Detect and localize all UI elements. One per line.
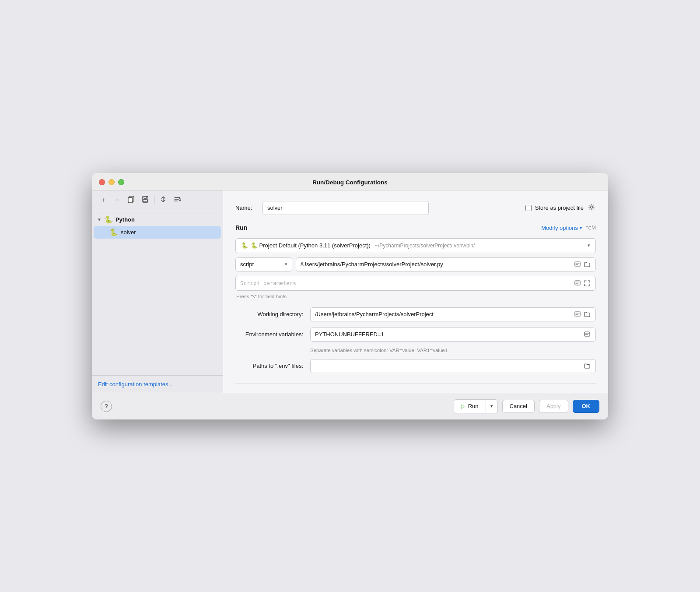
svg-rect-1 [128, 197, 133, 203]
gear-icon [588, 204, 595, 211]
env-vars-edit-button[interactable] [583, 331, 591, 338]
working-dir-edit-button[interactable] [574, 310, 581, 318]
sidebar-footer: Edit configuration templates... [92, 375, 223, 393]
svg-rect-2 [143, 196, 148, 202]
ok-button[interactable]: OK [573, 400, 600, 413]
interpreter-label: 🐍 Project Default (Python 3.11 (solverPr… [251, 242, 371, 249]
apply-button[interactable]: Apply [539, 400, 568, 413]
python-icon: 🐍 [104, 215, 113, 224]
svg-rect-6 [575, 262, 580, 266]
window: Run/Debug Configurations + − [92, 173, 608, 419]
sidebar-toolbar: + − [92, 190, 223, 210]
interpreter-path: ~/PycharmProjects/solverProject/.venv/bi… [375, 243, 475, 249]
window-title: Run/Debug Configurations [312, 179, 388, 186]
interpreter-text: 🐍 🐍 Project Default (Python 3.11 (solver… [241, 242, 588, 249]
store-project-label: Store as project file [535, 204, 584, 211]
working-directory-label: Working directory: [235, 311, 303, 317]
tree-group-python: ▼ 🐍 Python 🐍 solver [92, 214, 223, 239]
chevron-down-icon: ▼ [97, 217, 102, 222]
toolbar-separator [154, 196, 154, 204]
tree-item-solver[interactable]: 🐍 solver [94, 226, 221, 239]
add-config-button[interactable]: + [97, 195, 109, 205]
titlebar: Run/Debug Configurations [92, 173, 608, 190]
script-params-actions [574, 279, 591, 287]
edit-icon [574, 280, 581, 286]
modify-options-shortcut: ⌥M [585, 225, 596, 231]
env-vars-actions [583, 331, 591, 338]
working-directory-row: Working directory: /Users/jetbrains/Pych… [235, 307, 596, 321]
copy-config-button[interactable] [125, 195, 137, 205]
run-dropdown-button[interactable]: ▾ [486, 400, 497, 413]
field-hint: Press ⌥ for field hints [235, 293, 596, 300]
store-project-row: Store as project file [525, 203, 596, 213]
name-row: Name: [235, 201, 429, 215]
script-type-chevron-icon: ▾ [285, 261, 287, 267]
params-edit-button[interactable] [574, 279, 581, 287]
remove-config-button[interactable]: − [111, 195, 123, 205]
params-expand-button[interactable] [583, 279, 591, 287]
maximize-button[interactable] [118, 179, 124, 185]
modify-options-label: Modify options [541, 225, 578, 231]
folder-icon [584, 311, 590, 317]
svg-rect-7 [575, 281, 580, 285]
run-dropdown-chevron-icon: ▾ [490, 403, 493, 409]
store-gear-button[interactable] [587, 203, 596, 213]
script-edit-button[interactable] [574, 261, 581, 268]
svg-rect-3 [144, 196, 147, 198]
env-paths-actions [583, 362, 591, 370]
run-button-group: ▷ Run ▾ [454, 399, 498, 413]
working-directory-field[interactable]: /Users/jetbrains/PycharmProjects/solverP… [310, 307, 596, 321]
cancel-button[interactable]: Cancel [502, 400, 535, 413]
run-label: Run [468, 403, 479, 409]
env-paths-row: Paths to ".env" files: [235, 359, 596, 373]
store-project-checkbox[interactable] [525, 205, 532, 211]
minimize-button[interactable] [108, 179, 115, 185]
script-params-field[interactable]: Script parameters [235, 276, 596, 291]
run-button[interactable]: ▷ Run [454, 400, 486, 413]
edit-templates-link[interactable]: Edit configuration templates... [98, 381, 173, 388]
env-paths-folder-button[interactable] [583, 362, 591, 370]
content-divider [235, 384, 596, 384]
interpreter-row: 🐍 🐍 Project Default (Python 3.11 (solver… [235, 238, 596, 253]
name-label: Name: [235, 204, 257, 211]
svg-point-5 [591, 206, 593, 208]
traffic-lights [99, 179, 124, 185]
env-vars-field[interactable]: PYTHONUNBUFFERED=1 [310, 328, 596, 342]
help-button[interactable]: ? [101, 401, 112, 412]
name-input[interactable] [262, 201, 429, 215]
run-section-title: Run [235, 224, 247, 231]
script-row: script ▾ /Users/jetbrains/PycharmProject… [235, 257, 596, 271]
run-play-icon: ▷ [461, 403, 466, 409]
sort-config-button[interactable] [171, 195, 183, 205]
edit-icon [574, 261, 581, 268]
tree-group-python-header[interactable]: ▼ 🐍 Python [92, 214, 223, 226]
section-header: Run Modify options ▾ ⌥M [235, 224, 596, 232]
main-content: + − [92, 190, 608, 393]
env-vars-hint: Separate variables with semicolon: VAR=v… [310, 348, 596, 353]
script-folder-button[interactable] [583, 261, 591, 268]
script-path-field[interactable]: /Users/jetbrains/PycharmProjects/solverP… [296, 257, 596, 271]
working-directory-value: /Users/jetbrains/PycharmProjects/solverP… [315, 311, 571, 317]
right-panel: Name: Store as project file Run [223, 190, 608, 393]
chevron-down-icon: ▾ [580, 226, 582, 230]
interpreter-chevron-icon: ▾ [588, 243, 590, 248]
script-path-text: /Users/jetbrains/PycharmProjects/solverP… [301, 261, 571, 268]
save-config-button[interactable] [139, 195, 151, 205]
edit-icon [584, 331, 590, 338]
script-type-select[interactable]: script ▾ [235, 257, 292, 271]
svg-rect-9 [584, 332, 590, 336]
script-type-label: script [240, 261, 254, 268]
tree-group-python-label: Python [116, 216, 135, 223]
modify-options-button[interactable]: Modify options ▾ [539, 224, 584, 232]
env-paths-label: Paths to ".env" files: [235, 363, 303, 369]
env-vars-label: Environment variables: [235, 331, 303, 338]
config-header: Name: Store as project file [235, 201, 596, 215]
env-vars-row: Environment variables: PYTHONUNBUFFERED=… [235, 328, 596, 342]
interpreter-dropdown[interactable]: 🐍 🐍 Project Default (Python 3.11 (solver… [235, 238, 596, 253]
close-button[interactable] [99, 179, 105, 185]
working-dir-folder-button[interactable] [583, 310, 591, 318]
move-config-button[interactable] [157, 195, 169, 205]
env-paths-field[interactable] [310, 359, 596, 373]
edit-icon [574, 311, 581, 317]
script-params-placeholder: Script parameters [240, 280, 296, 286]
